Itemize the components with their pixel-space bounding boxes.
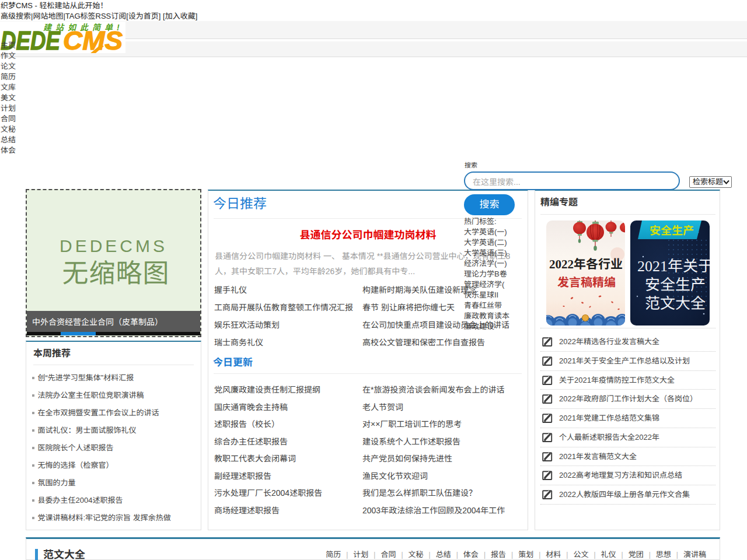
svg-text:范文大全: 范文大全 xyxy=(645,295,706,312)
svg-text:CMS: CMS xyxy=(63,26,123,54)
svg-text:2022年各行业: 2022年各行业 xyxy=(549,257,623,271)
svg-text:安全生产: 安全生产 xyxy=(645,276,706,293)
svg-text:发言稿精编: 发言稿精编 xyxy=(557,276,616,289)
svg-text:2021年关于: 2021年关于 xyxy=(637,258,710,275)
svg-text:安全生产: 安全生产 xyxy=(650,225,694,237)
